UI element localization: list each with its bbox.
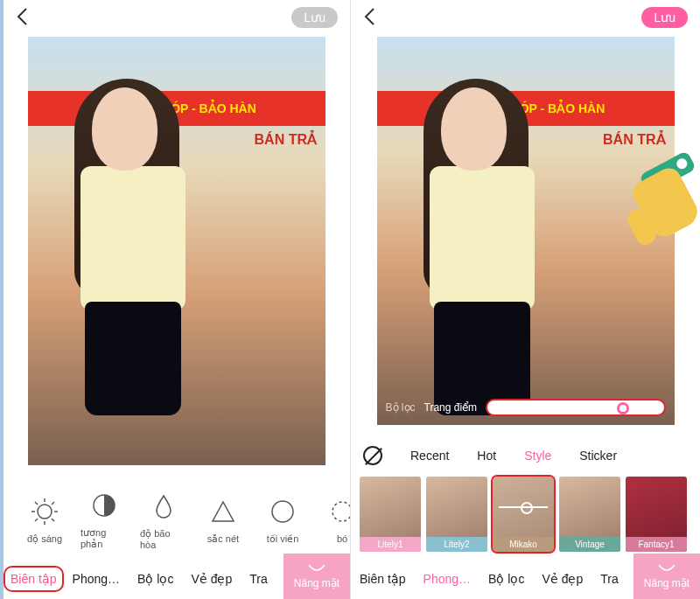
tab-style[interactable]: Phong… (415, 572, 480, 586)
thumb-slider-icon (499, 506, 548, 508)
adjust-label: độ bão hòa (140, 528, 187, 550)
topbar: Lưu (351, 0, 700, 37)
filter-tab-hot[interactable]: Hot (477, 449, 496, 463)
svg-line-7 (52, 502, 54, 505)
adjust-brightness[interactable]: độ sáng (21, 497, 68, 545)
filter-tab-recent[interactable]: Recent (410, 449, 449, 463)
back-icon[interactable] (16, 7, 28, 30)
filter-fantacy1[interactable]: Fantacy1 (626, 477, 687, 552)
tab-more[interactable]: Tra (592, 572, 626, 586)
adjust-contrast[interactable]: tương phản (80, 491, 128, 550)
photo-area: I SỐ - TRẢ GÓP - BẢO HÀN BÁN TRẢ Bộ lọc … (351, 37, 700, 440)
topbar: Lưu (4, 0, 350, 37)
save-button[interactable]: Lưu (291, 7, 338, 28)
filter-tab-sticker[interactable]: Sticker (579, 449, 617, 463)
tab-beauty[interactable]: Vẻ đẹp (533, 572, 592, 586)
blur-icon (327, 497, 350, 526)
adjust-label: tương phản (80, 527, 128, 550)
phone-right: Lưu I SỐ - TRẢ GÓP - BẢO HÀN BÁN TRẢ Bộ … (350, 0, 700, 599)
face-lift-button[interactable]: Nâng mặt (284, 554, 350, 599)
face-lift-label: Nâng mặt (294, 577, 340, 589)
svg-point-10 (272, 501, 293, 522)
svg-line-6 (52, 519, 54, 521)
drop-icon (149, 491, 178, 521)
svg-line-8 (35, 519, 38, 521)
bottom-tabs: Biên tập Phong… Bộ lọc Vẻ đẹp Tra Nâng m… (4, 559, 350, 599)
face-lift-label: Nâng mặt (644, 577, 690, 589)
adjust-blur[interactable]: bó (318, 497, 350, 544)
svg-point-0 (38, 505, 52, 519)
tab-style[interactable]: Phong… (64, 572, 129, 586)
adjust-label: tối viền (267, 533, 299, 545)
tab-beauty[interactable]: Vẻ đẹp (182, 572, 241, 586)
person-silhouette (408, 79, 556, 425)
tab-edit[interactable]: Biên tập (4, 566, 64, 592)
sun-icon (30, 497, 60, 526)
back-icon[interactable] (363, 7, 375, 30)
adjust-vignette[interactable]: tối viền (259, 497, 306, 545)
filter-category-tabs: Recent Hot Style Sticker (351, 440, 700, 471)
svg-point-11 (332, 502, 350, 521)
svg-line-5 (35, 502, 38, 505)
photo-area: I SỐ - TRẢ GÓP - BẢO HÀN BÁN TRẢ (4, 37, 350, 482)
save-button[interactable]: Lưu (641, 7, 688, 28)
filter-label: Mikako (493, 537, 554, 552)
photo-preview[interactable]: I SỐ - TRẢ GÓP - BẢO HÀN BÁN TRẢ (28, 37, 326, 465)
face-lift-button[interactable]: Nâng mặt (634, 554, 700, 599)
slider-thumb[interactable] (617, 402, 629, 414)
filter-litely2[interactable]: Litely2 (426, 477, 487, 552)
tab-edit[interactable]: Biên tập (351, 572, 415, 586)
adjust-label: độ sáng (27, 533, 62, 545)
adjust-saturation[interactable]: độ bão hòa (140, 491, 187, 550)
slider-label-filter[interactable]: Bộ lọc (386, 401, 416, 414)
tab-filter[interactable]: Bộ lọc (480, 572, 533, 586)
contrast-icon (89, 491, 119, 520)
intensity-slider[interactable] (486, 399, 665, 416)
photo-preview[interactable]: I SỐ - TRẢ GÓP - BẢO HÀN BÁN TRẢ Bộ lọc … (377, 37, 675, 425)
adjust-label: bó (337, 533, 347, 544)
adjust-sharpness[interactable]: sắc nét (200, 497, 247, 545)
circle-icon (268, 497, 298, 526)
tab-more[interactable]: Tra (241, 572, 276, 586)
filter-label: Vintage (559, 537, 620, 552)
bottom-tabs: Biên tập Phong… Bộ lọc Vẻ đẹp Tra Nâng m… (351, 559, 700, 599)
adjust-label: sắc nét (207, 533, 239, 545)
filter-thumbnails: Litely1 Litely2 Mikako Vintage Fantacy1 (351, 471, 700, 559)
person-silhouette (59, 79, 207, 446)
filter-label: Litely2 (426, 537, 487, 552)
filter-vintage[interactable]: Vintage (559, 477, 620, 552)
filter-label: Fantacy1 (626, 537, 687, 552)
filter-tab-style[interactable]: Style (524, 449, 551, 463)
triangle-icon (208, 497, 238, 526)
tab-filter[interactable]: Bộ lọc (129, 572, 182, 586)
filter-mikako[interactable]: Mikako (493, 477, 554, 552)
intensity-slider-row: Bộ lọc Trang điểm (386, 399, 666, 416)
adjust-toolbar: độ sáng tương phản độ bão hòa sắc nét tố… (4, 482, 350, 559)
filter-label: Litely1 (360, 537, 421, 552)
no-filter-icon[interactable] (363, 446, 382, 465)
filter-litely1[interactable]: Litely1 (360, 477, 421, 552)
phone-left: Lưu I SỐ - TRẢ GÓP - BẢO HÀN BÁN TRẢ độ … (0, 0, 350, 599)
slider-label-makeup[interactable]: Trang điểm (424, 401, 478, 414)
